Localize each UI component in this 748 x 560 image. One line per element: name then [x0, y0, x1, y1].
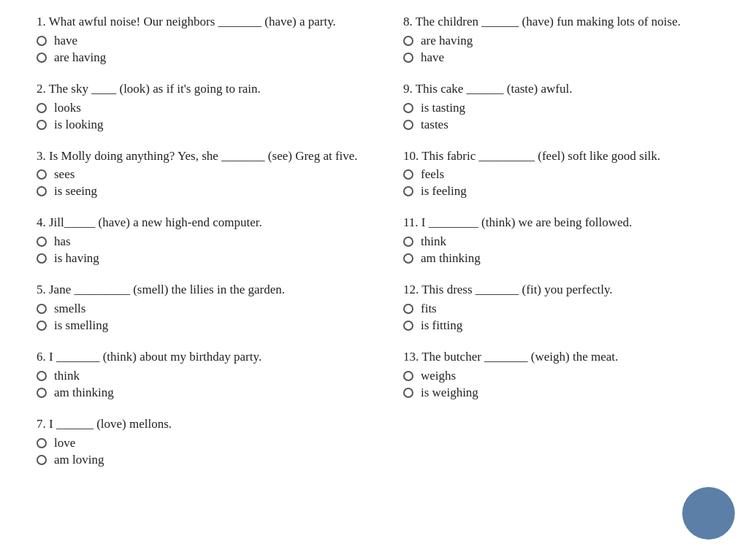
option-text-q7-0: love: [54, 436, 75, 450]
option-circle-icon: [403, 237, 413, 247]
option-row-q5-1[interactable]: is smelling: [16, 318, 365, 333]
question-block-q3: 3. Is Molly doing anything? Yes, she ___…: [16, 147, 365, 202]
option-row-q5-0[interactable]: smells: [16, 302, 365, 316]
option-circle-icon: [403, 388, 413, 398]
option-row-q4-0[interactable]: has: [16, 234, 365, 249]
option-row-q7-0[interactable]: love: [16, 436, 365, 450]
question-block-q12: 12. This dress _______ (fit) you perfect…: [383, 281, 732, 335]
question-text-q12: 12. This dress _______ (fit) you perfect…: [383, 281, 732, 299]
option-row-q9-1[interactable]: tastes: [383, 118, 732, 132]
right-column: 8. The children ______ (have) fun making…: [374, 13, 741, 547]
option-circle-icon: [37, 36, 47, 46]
question-block-q11: 11. I ________ (think) we are being foll…: [383, 214, 732, 268]
option-text-q13-1: is weighing: [421, 386, 478, 400]
option-row-q11-0[interactable]: think: [383, 234, 732, 249]
option-text-q11-1: am thinking: [421, 251, 481, 266]
option-row-q12-1[interactable]: is fitting: [383, 318, 732, 333]
option-circle-icon: [37, 321, 47, 331]
option-circle-icon: [403, 103, 413, 113]
question-text-q3: 3. Is Molly doing anything? Yes, she ___…: [16, 147, 365, 165]
option-text-q10-0: feels: [421, 167, 444, 182]
option-circle-icon: [37, 371, 47, 381]
option-row-q12-0[interactable]: fits: [383, 302, 732, 316]
question-text-q10: 10. This fabric _________ (feel) soft li…: [383, 147, 732, 165]
option-circle-icon: [37, 169, 47, 180]
question-text-q2: 2. The sky ____ (look) as if it's going …: [16, 80, 365, 98]
option-row-q2-1[interactable]: is looking: [16, 118, 365, 132]
option-text-q7-1: am loving: [54, 453, 104, 467]
option-row-q9-0[interactable]: is tasting: [383, 101, 732, 115]
slide-container: 1. What awful noise! Our neighbors _____…: [0, 0, 748, 560]
question-text-q9: 9. This cake ______ (taste) awful.: [383, 80, 732, 98]
option-text-q9-1: tastes: [421, 118, 449, 132]
option-row-q6-1[interactable]: am thinking: [16, 386, 365, 400]
option-circle-icon: [37, 388, 47, 398]
option-row-q11-1[interactable]: am thinking: [383, 251, 732, 266]
option-circle-icon: [37, 120, 47, 130]
question-text-q5: 5. Jane _________ (smell) the lilies in …: [16, 281, 365, 299]
option-circle-icon: [37, 186, 47, 196]
option-text-q6-1: am thinking: [54, 386, 114, 400]
option-text-q2-1: is looking: [54, 118, 104, 132]
question-block-q8: 8. The children ______ (have) fun making…: [383, 13, 732, 67]
option-text-q5-0: smells: [54, 302, 85, 316]
question-block-q6: 6. I _______ (think) about my birthday p…: [16, 348, 365, 402]
option-circle-icon: [403, 53, 413, 63]
option-row-q4-1[interactable]: is having: [16, 251, 365, 266]
option-text-q13-0: weighs: [421, 369, 456, 383]
option-text-q4-0: has: [54, 234, 71, 249]
option-text-q12-0: fits: [421, 302, 437, 316]
question-text-q13: 13. The butcher _______ (weigh) the meat…: [383, 348, 732, 366]
option-row-q3-1[interactable]: is seeing: [16, 184, 365, 199]
option-circle-icon: [37, 103, 47, 113]
question-text-q4: 4. Jill_____ (have) a new high-end compu…: [16, 214, 365, 231]
option-circle-icon: [37, 438, 47, 448]
option-text-q6-0: think: [54, 369, 80, 383]
question-block-q10: 10. This fabric _________ (feel) soft li…: [383, 147, 732, 202]
option-circle-icon: [403, 36, 413, 46]
option-circle-icon: [37, 253, 47, 264]
option-row-q10-1[interactable]: is feeling: [383, 184, 732, 199]
question-block-q2: 2. The sky ____ (look) as if it's going …: [16, 80, 365, 134]
option-circle-icon: [403, 120, 413, 130]
option-text-q3-1: is seeing: [54, 184, 97, 199]
option-text-q4-1: is having: [54, 251, 99, 266]
option-text-q5-1: is smelling: [54, 318, 108, 333]
decorative-circle: [682, 487, 735, 540]
option-text-q8-0: are having: [421, 34, 473, 48]
option-row-q6-0[interactable]: think: [16, 369, 365, 383]
option-circle-icon: [403, 321, 413, 331]
question-text-q7: 7. I ______ (love) mellons.: [16, 415, 365, 433]
option-circle-icon: [403, 304, 413, 314]
option-row-q1-0[interactable]: have: [16, 34, 365, 48]
question-text-q8: 8. The children ______ (have) fun making…: [383, 13, 732, 31]
option-row-q13-1[interactable]: is weighing: [383, 386, 732, 400]
option-text-q12-1: is fitting: [421, 318, 462, 333]
question-block-q5: 5. Jane _________ (smell) the lilies in …: [16, 281, 365, 335]
option-text-q9-0: is tasting: [421, 101, 465, 115]
option-row-q7-1[interactable]: am loving: [16, 453, 365, 467]
option-row-q2-0[interactable]: looks: [16, 101, 365, 115]
question-block-q4: 4. Jill_____ (have) a new high-end compu…: [16, 214, 365, 268]
option-circle-icon: [37, 53, 47, 63]
option-row-q8-1[interactable]: have: [383, 50, 732, 65]
option-circle-icon: [37, 237, 47, 247]
option-circle-icon: [37, 304, 47, 314]
option-text-q1-0: have: [54, 34, 77, 48]
option-circle-icon: [403, 186, 413, 196]
option-row-q10-0[interactable]: feels: [383, 167, 732, 182]
option-row-q1-1[interactable]: are having: [16, 50, 365, 65]
question-text-q6: 6. I _______ (think) about my birthday p…: [16, 348, 365, 366]
option-text-q2-0: looks: [54, 101, 81, 115]
option-text-q10-1: is feeling: [421, 184, 467, 199]
option-text-q11-0: think: [421, 234, 446, 249]
option-row-q8-0[interactable]: are having: [383, 34, 732, 48]
question-text-q1: 1. What awful noise! Our neighbors _____…: [16, 13, 365, 31]
left-column: 1. What awful noise! Our neighbors _____…: [7, 13, 374, 547]
option-circle-icon: [403, 253, 413, 264]
option-row-q13-0[interactable]: weighs: [383, 369, 732, 383]
option-row-q3-0[interactable]: sees: [16, 167, 365, 182]
option-text-q1-1: are having: [54, 50, 106, 65]
option-circle-icon: [403, 169, 413, 180]
question-block-q9: 9. This cake ______ (taste) awful.is tas…: [383, 80, 732, 134]
